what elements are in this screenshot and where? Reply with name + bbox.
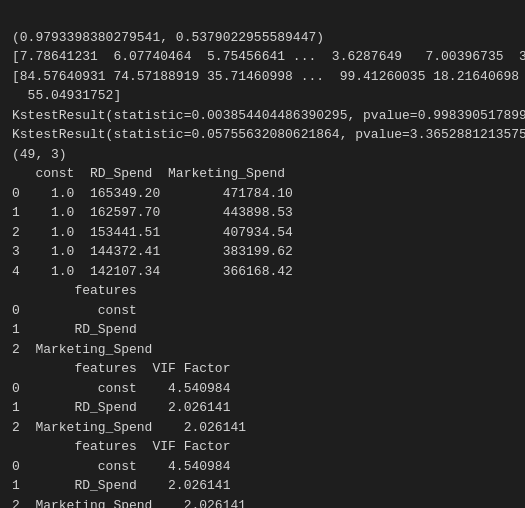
output-line: 4 1.0 142107.34 366168.42 xyxy=(12,262,513,282)
output-line: 1 RD_Spend 2.026141 xyxy=(12,476,513,496)
output-line: 55.04931752] xyxy=(12,86,513,106)
output-line: 1 1.0 162597.70 443898.53 xyxy=(12,203,513,223)
output-line: features VIF Factor xyxy=(12,437,513,457)
output-line: (0.9793398380279541, 0.5379022955589447) xyxy=(12,28,513,48)
output-block: (0.9793398380279541, 0.5379022955589447)… xyxy=(12,8,513,508)
output-line: const RD_Spend Marketing_Spend xyxy=(12,164,513,184)
output-line: 0 1.0 165349.20 471784.10 xyxy=(12,184,513,204)
output-line: [7.78641231 6.07740464 5.75456641 ... 3.… xyxy=(12,47,513,67)
output-line: 2 Marketing_Spend 2.026141 xyxy=(12,496,513,509)
output-line: features xyxy=(12,281,513,301)
output-line: 1 RD_Spend 2.026141 xyxy=(12,398,513,418)
output-line: KstestResult(statistic=0.057556320806218… xyxy=(12,125,513,145)
output-line: 2 Marketing_Spend 2.026141 xyxy=(12,418,513,438)
output-line: 0 const xyxy=(12,301,513,321)
output-line: 0 const 4.540984 xyxy=(12,379,513,399)
output-line: features VIF Factor xyxy=(12,359,513,379)
output-line: 0 const 4.540984 xyxy=(12,457,513,477)
output-line: [84.57640931 74.57188919 35.71460998 ...… xyxy=(12,67,513,87)
output-line: 2 1.0 153441.51 407934.54 xyxy=(12,223,513,243)
output-line: 2 Marketing_Spend xyxy=(12,340,513,360)
output-line: KstestResult(statistic=0.003854404486390… xyxy=(12,106,513,126)
output-line: 3 1.0 144372.41 383199.62 xyxy=(12,242,513,262)
output-line: 1 RD_Spend xyxy=(12,320,513,340)
output-line: (49, 3) xyxy=(12,145,513,165)
